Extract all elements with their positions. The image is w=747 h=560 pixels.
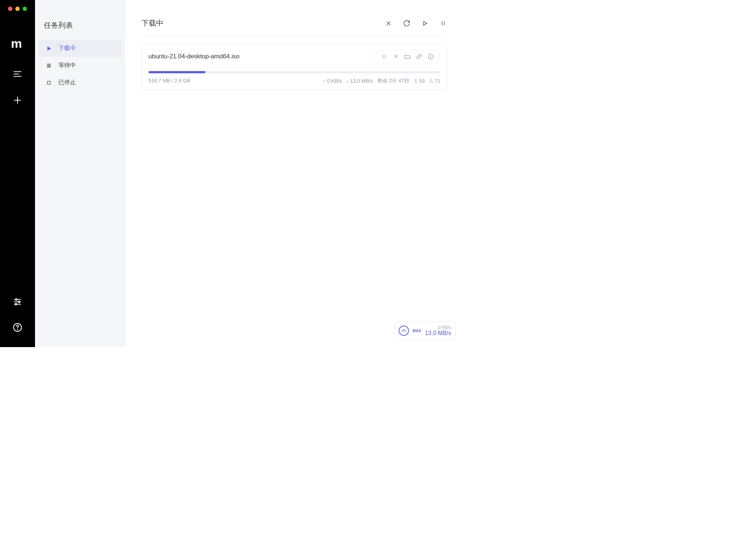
speed-max-label: MAX (413, 329, 421, 333)
stop-icon (45, 79, 53, 86)
task-card[interactable]: ubuntu-21.04-desktop-amd64.iso 516.7 MB … (142, 44, 447, 90)
svg-point-4 (17, 329, 18, 330)
svg-rect-5 (47, 64, 49, 67)
speed-widget[interactable]: MAX 0 KB/s 13.0 MB/s (395, 322, 456, 340)
refresh-button[interactable] (403, 19, 411, 27)
start-all-button[interactable] (421, 19, 429, 27)
svg-rect-6 (49, 64, 50, 67)
main-header: 下载中 (142, 18, 447, 36)
task-seeds: 59 (414, 78, 425, 84)
window-minimize-button[interactable] (15, 7, 20, 11)
svg-point-2 (15, 303, 17, 305)
sidebar-item-label: 等待中 (58, 62, 76, 69)
task-progress-bar (148, 71, 440, 73)
app-rail: m (0, 0, 35, 347)
sidebar-item-waiting[interactable]: 等待中 (39, 57, 122, 74)
main-panel: 下载中 ubuntu-21.04-desktop-amd64.iso 516.7… (125, 0, 463, 347)
window-close-button[interactable] (8, 7, 12, 11)
help-button[interactable] (9, 319, 26, 336)
pause-all-button[interactable] (439, 19, 447, 27)
task-upload-speed: ↑ 0 KB/s (323, 78, 342, 84)
speed-download: 13.0 MB/s (425, 330, 451, 337)
sidebar-item-label: 下载中 (58, 44, 76, 52)
app-logo: m (11, 20, 24, 51)
task-pause-button[interactable] (379, 52, 390, 61)
task-actions (375, 50, 440, 63)
gauge-icon (399, 326, 409, 336)
window-maximize-button[interactable] (23, 7, 27, 11)
task-info-button[interactable] (425, 52, 436, 61)
main-title: 下载中 (142, 18, 163, 28)
task-folder-button[interactable] (402, 52, 413, 61)
settings-button[interactable] (9, 293, 26, 311)
delete-all-button[interactable] (384, 19, 392, 27)
svg-point-0 (16, 299, 17, 300)
speed-upload: 0 KB/s (438, 325, 451, 330)
task-download-speed: ↓ 13.0 MB/s (347, 78, 373, 84)
main-toolbar (384, 19, 447, 27)
task-progress-fill (148, 71, 205, 73)
pause-icon (45, 62, 53, 69)
task-sidebar: 任务列表 下载中 等待中 已停止 (35, 0, 125, 347)
task-time-remaining: 剩余 2分 47秒 (378, 78, 409, 84)
menu-button[interactable] (9, 65, 26, 83)
play-icon (45, 45, 53, 52)
svg-rect-7 (47, 81, 50, 84)
task-link-button[interactable] (414, 52, 425, 61)
svg-point-1 (18, 301, 20, 303)
task-stats: ↑ 0 KB/s ↓ 13.0 MB/s 剩余 2分 47秒 59 71 (323, 78, 440, 84)
sidebar-item-downloading[interactable]: 下载中 (39, 40, 122, 57)
task-size-text: 516.7 MB / 2.6 GB (148, 78, 190, 84)
sidebar-item-stopped[interactable]: 已停止 (39, 74, 122, 91)
window-controls (8, 0, 27, 18)
task-filename: ubuntu-21.04-desktop-amd64.iso (148, 53, 240, 60)
task-delete-button[interactable] (390, 52, 401, 61)
sidebar-title: 任务列表 (35, 20, 125, 40)
add-task-button[interactable] (9, 92, 26, 109)
sidebar-item-label: 已停止 (58, 79, 76, 86)
task-peers: 71 (429, 78, 440, 84)
